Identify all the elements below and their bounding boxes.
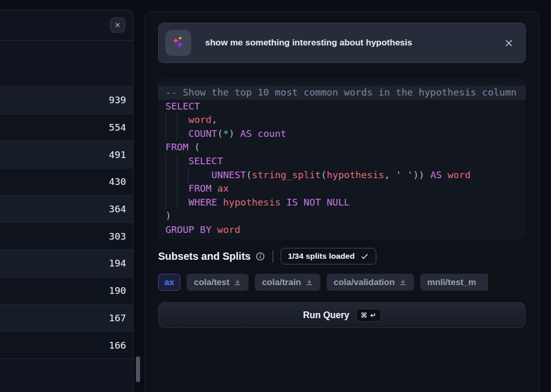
code-line: COUNT(*) AS count <box>158 127 526 141</box>
download-icon <box>399 278 407 286</box>
download-icon <box>305 278 313 286</box>
divider <box>272 250 273 262</box>
count-cell: 303 <box>109 231 126 242</box>
results-panel: 939554491430364303194190167166 <box>0 10 133 392</box>
info-icon[interactable] <box>255 252 265 261</box>
code-token: hypothesis <box>223 197 280 208</box>
code-line: SELECT <box>158 100 526 114</box>
code-token: word <box>448 169 471 180</box>
code-token: * <box>223 128 228 139</box>
splits-loaded-dropdown[interactable]: 1/34 splits loaded <box>281 248 376 264</box>
code-token: COUNT <box>189 128 218 139</box>
code-line: FROM ( <box>158 140 526 154</box>
code-token: hypothesis <box>327 169 384 180</box>
code-token: BY <box>200 224 211 235</box>
code-token: AS <box>240 128 252 139</box>
prompt-text: show me something interesting about hypo… <box>205 38 504 48</box>
count-cell: 430 <box>109 176 126 187</box>
table-row[interactable]: 491 <box>0 141 133 168</box>
code-line: word, <box>158 113 526 127</box>
close-results-button[interactable] <box>110 18 125 33</box>
code-line: FROM ax <box>158 182 526 196</box>
code-token: IS <box>286 197 298 208</box>
split-chip-ax[interactable]: ax <box>158 274 180 291</box>
code-token: ) <box>165 210 171 221</box>
code-token: FROM <box>165 142 189 152</box>
split-chip-label: cola/test <box>194 277 229 288</box>
sql-code: -- Show the top 10 most common words in … <box>158 79 526 237</box>
sql-editor[interactable]: -- Show the top 10 most common words in … <box>158 79 526 239</box>
code-token: word <box>217 224 240 235</box>
close-icon <box>114 22 121 28</box>
ai-prompt-bar[interactable]: show me something interesting about hypo… <box>158 23 526 63</box>
table-row[interactable]: 939 <box>0 87 133 114</box>
keyboard-shortcut-badge: ⌘ ↵ <box>356 309 381 322</box>
sparkle-yellow <box>178 36 182 40</box>
split-chip-cola-train[interactable]: cola/train <box>255 274 320 291</box>
code-token: NOT <box>303 197 320 208</box>
clear-prompt-button[interactable] <box>504 38 514 48</box>
code-token: ' ' <box>396 169 413 180</box>
code-token <box>194 224 200 235</box>
count-cell: 364 <box>109 203 126 214</box>
table-row[interactable]: 364 <box>0 196 133 223</box>
code-token: AS <box>430 169 441 180</box>
results-panel-header <box>0 10 133 41</box>
table-row[interactable]: 194 <box>0 250 133 277</box>
code-token: NULL <box>327 197 350 208</box>
code-line: ) <box>158 209 526 223</box>
query-panel: show me something interesting about hypo… <box>145 11 539 392</box>
run-query-label: Run Query <box>303 310 349 321</box>
split-chip-mnli-test-m[interactable]: mnli/test_m <box>420 274 488 291</box>
table-row[interactable]: 167 <box>0 305 133 332</box>
code-token: GROUP <box>165 224 194 235</box>
code-token <box>217 197 223 208</box>
table-row[interactable]: 430 <box>0 168 133 196</box>
code-token: ( <box>246 169 252 180</box>
run-query-button[interactable]: Run Query ⌘ ↵ <box>158 302 526 328</box>
check-icon <box>360 252 369 261</box>
results-scrollbar-thumb[interactable] <box>136 356 140 382</box>
code-token <box>298 197 303 208</box>
indent-guide <box>165 154 166 209</box>
sparkle-purple <box>176 41 183 48</box>
splits-row: axcola/testcola/traincola/validationmnli… <box>158 274 526 291</box>
indent-guide <box>177 154 177 209</box>
split-chip-label: ax <box>164 277 174 288</box>
code-token: )) <box>413 169 430 180</box>
code-token <box>442 169 448 180</box>
code-token: SELECT <box>189 155 223 166</box>
table-row[interactable]: 303 <box>0 223 133 250</box>
code-token <box>321 197 327 208</box>
code-token: ax <box>217 183 228 194</box>
code-token <box>252 128 257 139</box>
code-token: , <box>211 114 217 125</box>
indent-guide <box>188 168 189 182</box>
code-token: UNNEST <box>211 169 246 180</box>
code-token: , <box>384 169 395 180</box>
indent-guide <box>165 113 166 140</box>
code-token: ( <box>217 128 223 139</box>
code-token: ( <box>321 169 327 180</box>
split-chip-label: mnli/test_m <box>427 277 476 288</box>
table-row[interactable]: 166 <box>0 332 133 359</box>
sparkles-icon <box>165 30 191 56</box>
split-chip-cola-validation[interactable]: cola/validation <box>327 274 414 291</box>
count-cell: 194 <box>109 258 126 269</box>
table-row[interactable]: 554 <box>0 114 133 142</box>
code-token <box>211 224 217 235</box>
table-row[interactable]: 190 <box>0 277 133 305</box>
count-cell: 190 <box>109 285 126 296</box>
indent-guide <box>177 113 177 140</box>
sparkle-pink <box>173 38 179 44</box>
code-token: ) <box>229 128 240 139</box>
count-cell: 167 <box>109 312 126 323</box>
count-cell: 554 <box>109 122 126 133</box>
code-token: SELECT <box>165 101 200 112</box>
split-chip-cola-test[interactable]: cola/test <box>187 274 249 291</box>
subsets-header: Subsets and Splits 1/34 splits loaded <box>158 247 376 265</box>
count-cell: 491 <box>109 149 126 160</box>
return-icon: ↵ <box>370 311 376 319</box>
code-token: string_split <box>252 169 321 180</box>
count-cell: 939 <box>109 95 126 105</box>
